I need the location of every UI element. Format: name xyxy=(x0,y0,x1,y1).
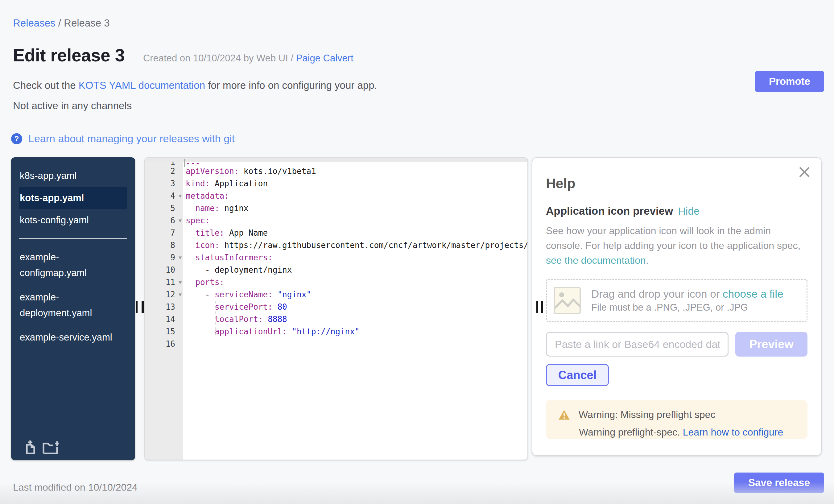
file-item-example-configmap.yaml[interactable]: example-configmap.yaml xyxy=(11,245,123,285)
code-line-10: 10 - deployment/nginx xyxy=(145,264,527,276)
icon-dropzone[interactable]: Drag and drop your icon or choose a file… xyxy=(546,279,808,322)
code-line-6: 6▼spec: xyxy=(145,214,527,227)
file-sidebar: k8s-app.yamlkots-app.yamlkots-config.yam… xyxy=(11,157,135,460)
fold-arrow-icon[interactable]: ▼ xyxy=(176,288,184,301)
editor-help-drag-handle[interactable] xyxy=(536,301,543,313)
breadcrumb-separator: / xyxy=(56,17,64,29)
bottom-fade xyxy=(0,482,834,504)
yaml-editor[interactable]: 1 --- 2apiVersion: kots.io/v1beta13kind:… xyxy=(144,157,528,460)
page-title: Edit release 3 xyxy=(13,45,125,65)
code-line-5: 5 name: nginx xyxy=(145,202,527,214)
help-panel: Help Application icon preview Hide See h… xyxy=(532,157,822,456)
code-line-9: 9▼ statusInformers: xyxy=(145,251,527,264)
warning-box: Warning: Missing preflight spec Warning … xyxy=(546,400,808,439)
author-link[interactable]: Paige Calvert xyxy=(296,53,353,64)
fold-arrow-icon[interactable]: ▼ xyxy=(176,190,184,202)
help-title: Help xyxy=(546,176,808,191)
file-item-example-service.yaml[interactable]: example-service.yaml xyxy=(11,325,123,349)
editor-code-rows: 2apiVersion: kots.io/v1beta13kind: Appli… xyxy=(145,165,527,350)
question-mark-icon: ? xyxy=(11,133,22,144)
help-paragraph: See how your application icon will look … xyxy=(546,223,808,268)
see-documentation-link[interactable]: see the documentation xyxy=(546,255,646,266)
docs-hint-line: Check out the KOTS YAML documentation fo… xyxy=(13,80,377,91)
file-list: k8s-app.yamlkots-app.yamlkots-config.yam… xyxy=(11,157,135,349)
code-line-11: 11▼ ports: xyxy=(145,276,527,288)
code-line-2: 2apiVersion: kots.io/v1beta1 xyxy=(145,165,527,177)
code-line-4: 4▼metadata: xyxy=(145,190,527,202)
dropzone-filetypes: File must be a .PNG, .JPEG, or .JPG xyxy=(591,302,784,313)
file-item-k8s-app.yaml[interactable]: k8s-app.yaml xyxy=(11,165,135,187)
breadcrumb-releases-link[interactable]: Releases xyxy=(13,17,56,29)
file-item-kots-config.yaml[interactable]: kots-config.yaml xyxy=(11,209,135,231)
code-line-14: 14 localPort: 8888 xyxy=(145,313,527,325)
editor-cursor xyxy=(184,159,185,167)
code-line-3: 3kind: Application xyxy=(145,177,527,190)
close-icon[interactable] xyxy=(797,165,811,179)
promote-button[interactable]: Promote xyxy=(755,71,824,92)
code-line-15: 15 applicationUrl: "http://nginx" xyxy=(145,325,527,338)
fold-arrow-icon[interactable]: ▼ xyxy=(176,251,184,264)
editor-top-band xyxy=(145,158,527,162)
add-folder-icon[interactable] xyxy=(43,440,61,455)
warning-title: Warning: Missing preflight spec xyxy=(558,409,795,420)
sidebar-editor-drag-handle[interactable] xyxy=(136,301,144,313)
fold-arrow-icon[interactable]: ▼ xyxy=(176,214,184,227)
choose-file-link[interactable]: choose a file xyxy=(723,288,784,300)
file-item-example-deployment.yaml[interactable]: example-deployment.yaml xyxy=(11,285,123,325)
code-line-13: 13 servicePort: 80 xyxy=(145,301,527,313)
code-line-8: 8 icon: https://raw.githubusercontent.co… xyxy=(145,239,527,251)
code-line-16: 16 xyxy=(145,338,527,350)
code-line-12: 12▼ - serviceName: "nginx" xyxy=(145,288,527,301)
warning-detail: Warning preflight-spec. Learn how to con… xyxy=(579,426,795,438)
breadcrumb-current: Release 3 xyxy=(64,17,110,29)
warning-configure-link[interactable]: Learn how to configure xyxy=(683,426,784,438)
breadcrumb: Releases / Release 3 xyxy=(13,17,110,29)
icon-url-input[interactable] xyxy=(546,332,728,356)
kots-yaml-docs-link[interactable]: KOTS YAML documentation xyxy=(79,80,205,91)
file-item-kots-app.yaml[interactable]: kots-app.yaml xyxy=(19,187,127,209)
sidebar-bottom-divider xyxy=(19,434,127,434)
hide-link[interactable]: Hide xyxy=(678,205,700,217)
icon-preview-title: Application icon preview xyxy=(546,205,673,217)
editor-line1-number: 1 xyxy=(145,162,175,167)
created-line: Created on 10/10/2024 by Web UI / Paige … xyxy=(143,53,353,64)
cancel-button[interactable]: Cancel xyxy=(546,364,609,386)
image-placeholder-icon xyxy=(554,287,581,314)
warning-icon xyxy=(558,410,570,420)
preview-button[interactable]: Preview xyxy=(735,332,808,356)
channel-status-text: Not active in any channels xyxy=(13,100,132,112)
code-line-7: 7 title: App Name xyxy=(145,227,527,239)
add-file-icon[interactable] xyxy=(25,440,37,455)
editor-indent-guide xyxy=(215,301,216,336)
git-releases-link[interactable]: Learn about managing your releases with … xyxy=(28,133,235,145)
fold-arrow-icon[interactable]: ▼ xyxy=(176,276,184,288)
dropzone-text: Drag and drop your icon or choose a file xyxy=(591,288,784,300)
file-list-divider xyxy=(19,238,127,239)
